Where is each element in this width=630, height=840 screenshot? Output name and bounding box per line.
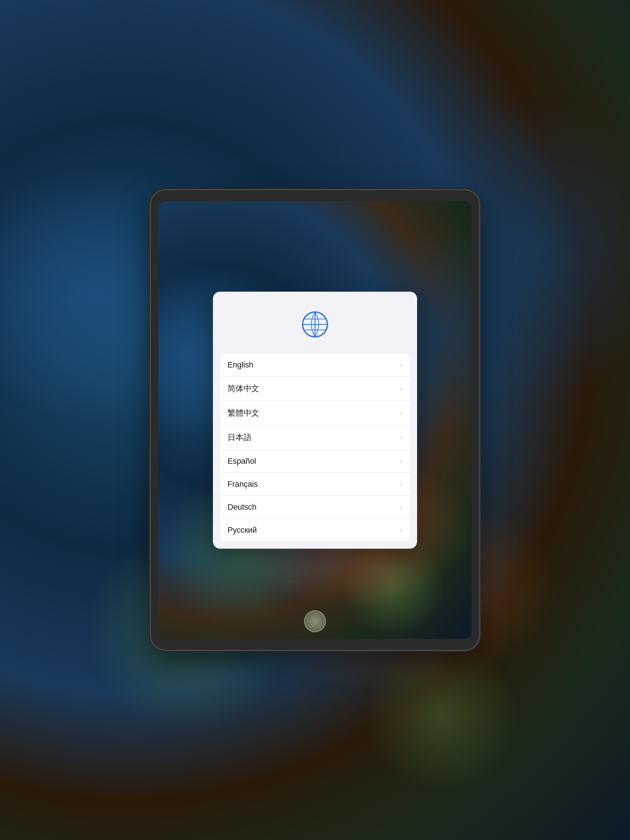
- language-name-spanish: Español: [227, 456, 256, 466]
- language-item-spanish[interactable]: Español ›: [220, 450, 410, 473]
- language-name-english: English: [227, 360, 253, 370]
- chevron-icon-simplified-chinese: ›: [400, 384, 403, 393]
- language-name-german: Deutsch: [227, 502, 256, 512]
- chevron-icon-english: ›: [400, 361, 403, 369]
- language-name-russian: Русский: [227, 525, 257, 535]
- language-name-simplified-chinese: 简体中文: [227, 383, 259, 394]
- device-screen: English › 简体中文 › 繁體中文 › 日本語 › Español: [158, 201, 472, 639]
- language-dialog: English › 简体中文 › 繁體中文 › 日本語 › Español: [213, 292, 417, 549]
- language-list: English › 简体中文 › 繁體中文 › 日本語 › Español: [220, 354, 410, 542]
- home-button[interactable]: [304, 610, 326, 632]
- language-name-french: Français: [227, 479, 258, 489]
- globe-container: [213, 292, 417, 354]
- language-item-simplified-chinese[interactable]: 简体中文 ›: [220, 377, 410, 401]
- chevron-icon-spanish: ›: [400, 457, 403, 465]
- language-item-english[interactable]: English ›: [220, 354, 410, 377]
- language-item-traditional-chinese[interactable]: 繁體中文 ›: [220, 401, 410, 425]
- language-item-french[interactable]: Français ›: [220, 473, 410, 496]
- language-item-russian[interactable]: Русский ›: [220, 519, 410, 542]
- globe-icon: [300, 310, 330, 339]
- device-frame: English › 简体中文 › 繁體中文 › 日本語 › Español: [151, 190, 479, 650]
- chevron-icon-french: ›: [400, 480, 403, 488]
- language-name-japanese: 日本語: [227, 432, 251, 443]
- language-item-japanese[interactable]: 日本語 ›: [220, 425, 410, 450]
- chevron-icon-german: ›: [400, 503, 403, 511]
- chevron-icon-traditional-chinese: ›: [400, 409, 403, 417]
- language-item-german[interactable]: Deutsch ›: [220, 496, 410, 519]
- chevron-icon-russian: ›: [400, 526, 403, 534]
- language-name-traditional-chinese: 繁體中文: [227, 407, 259, 418]
- chevron-icon-japanese: ›: [400, 433, 403, 442]
